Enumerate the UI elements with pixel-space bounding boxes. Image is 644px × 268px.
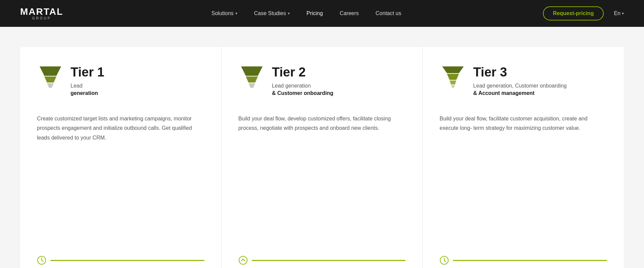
svg-line-5 (42, 260, 43, 261)
tier1-progress-line (50, 260, 204, 261)
request-pricing-button[interactable]: Request-pricing (543, 6, 604, 20)
tier2-subtitle: Lead generation & Customer onboarding (272, 82, 333, 97)
tier3-description: Build your deal flow, facilitate custome… (440, 114, 607, 133)
tier1-funnel-icon (37, 64, 64, 91)
tier3-title-block: Tier 3 Lead generation, Customer onboard… (473, 64, 566, 97)
clock-icon (37, 256, 46, 265)
tier2-title-block: Tier 2 Lead generation & Customer onboar… (272, 64, 333, 97)
tier2-title: Tier 2 (272, 65, 333, 79)
nav-right: Request-pricing En ▾ (543, 6, 624, 20)
tier3-subtitle: Lead generation, Customer onboarding & A… (473, 82, 566, 97)
tier2-description: Build your deal flow, develop customized… (238, 114, 406, 133)
nav-pricing[interactable]: Pricing (307, 10, 323, 16)
logo-main-text: MARTAL (20, 7, 63, 16)
tier1-header: Tier 1 Lead generation (37, 64, 204, 97)
tier3-bottom (440, 256, 607, 265)
tier1-description: Create customized target lists and marke… (37, 114, 204, 143)
navbar: MARTAL GROUP Solutions ▾ Case Studies ▾ … (0, 0, 644, 27)
svg-marker-11 (447, 74, 459, 80)
language-selector[interactable]: En ▾ (614, 10, 624, 16)
chevron-down-icon: ▾ (288, 11, 290, 16)
svg-marker-1 (44, 76, 56, 83)
logo-sub-text: GROUP (20, 16, 63, 20)
svg-point-9 (239, 256, 247, 264)
logo[interactable]: MARTAL GROUP (20, 7, 63, 20)
svg-marker-13 (451, 85, 455, 88)
tier3-progress-line (453, 260, 607, 261)
nav-solutions[interactable]: Solutions ▾ (212, 10, 237, 16)
svg-marker-7 (246, 76, 258, 83)
up-arrow-icon (238, 256, 248, 265)
tier2-bottom (238, 256, 406, 265)
tier2-funnel-icon (238, 64, 265, 91)
tier3-header: Tier 3 Lead generation, Customer onboard… (440, 64, 607, 97)
tier2-card: Tier 2 Lead generation & Customer onboar… (221, 47, 423, 268)
nav-case-studies[interactable]: Case Studies ▾ (254, 10, 290, 16)
svg-line-16 (444, 260, 446, 262)
clock2-icon (440, 256, 449, 265)
svg-marker-10 (442, 66, 464, 73)
tier1-title: Tier 1 (71, 65, 104, 79)
svg-marker-6 (241, 66, 263, 76)
nav-links: Solutions ▾ Case Studies ▾ Pricing Caree… (90, 10, 523, 16)
tier3-funnel-icon (440, 64, 466, 91)
tier2-progress-line (252, 260, 406, 261)
tier1-bottom (37, 256, 204, 265)
tier1-subtitle: Lead generation (71, 82, 104, 97)
svg-marker-8 (248, 83, 255, 88)
nav-contact[interactable]: Contact us (376, 10, 401, 16)
tier1-title-block: Tier 1 Lead generation (71, 64, 104, 97)
nav-careers[interactable]: Careers (340, 10, 359, 16)
chevron-down-icon: ▾ (235, 11, 237, 16)
svg-marker-12 (450, 81, 456, 85)
tier3-title: Tier 3 (473, 65, 566, 79)
tier3-card: Tier 3 Lead generation, Customer onboard… (422, 47, 624, 268)
tier2-header: Tier 2 Lead generation & Customer onboar… (238, 64, 406, 97)
svg-marker-0 (40, 66, 61, 76)
svg-marker-2 (47, 83, 54, 88)
chevron-down-icon: ▾ (622, 11, 624, 16)
pricing-section: Tier 1 Lead generation Create customized… (0, 27, 644, 268)
tier1-card: Tier 1 Lead generation Create customized… (20, 47, 221, 268)
